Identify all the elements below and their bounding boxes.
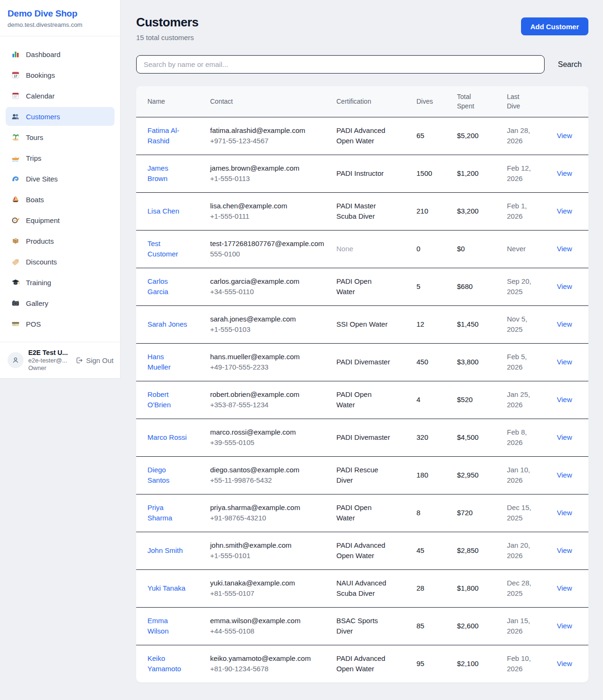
sign-out-button[interactable]: Sign Out — [75, 356, 114, 364]
sidebar-item-boats[interactable]: Boats — [6, 190, 114, 209]
add-customer-button[interactable]: Add Customer — [521, 17, 588, 35]
customer-last-dive: Nov 5, 2025 — [507, 314, 537, 335]
view-link[interactable]: View — [557, 508, 583, 519]
view-link[interactable]: View — [557, 281, 583, 292]
customer-count: 15 total customers — [136, 33, 198, 41]
customer-name-link[interactable]: Test Customer — [147, 239, 188, 260]
sidebar-item-dive-sites[interactable]: Dive Sites — [6, 169, 114, 188]
customer-dives: 12 — [416, 319, 446, 330]
view-link[interactable]: View — [557, 583, 583, 594]
calendar-date-icon: 17 — [11, 71, 20, 79]
column-header-dives: Dives — [411, 86, 451, 117]
sidebar-item-customers[interactable]: Customers — [6, 107, 114, 126]
customer-name-link[interactable]: Keiko Yamamoto — [147, 653, 188, 675]
search-button[interactable]: Search — [545, 60, 588, 69]
view-link[interactable]: View — [557, 470, 583, 481]
table-row: Test Customer test-1772681807767@example… — [136, 230, 588, 268]
customer-total-spent: $2,600 — [457, 621, 496, 632]
customer-certification: None — [336, 244, 391, 255]
search-input[interactable] — [136, 55, 545, 74]
customer-dives: 320 — [416, 432, 446, 443]
customer-email: diego.santos@example.com — [210, 465, 325, 476]
sidebar-item-label: Products — [26, 237, 54, 245]
customer-name-link[interactable]: Robert O'Brien — [147, 389, 188, 411]
sidebar-item-calendar[interactable]: Calendar — [6, 86, 114, 105]
table-row: Fatima Al-Rashid fatima.alrashid@example… — [136, 117, 588, 155]
customer-certification: PADI Divemaster — [336, 357, 391, 368]
customer-name-link[interactable]: Emma Wilson — [147, 616, 188, 637]
customer-phone: +1-555-0101 — [210, 551, 325, 561]
view-link[interactable]: View — [557, 168, 583, 179]
sidebar-item-discounts[interactable]: Discounts — [6, 252, 114, 271]
customer-name-link[interactable]: Diego Santos — [147, 465, 188, 486]
camera-icon — [11, 299, 20, 307]
customer-last-dive: Jan 15, 2026 — [507, 616, 537, 637]
customer-name-link[interactable]: Carlos Garcia — [147, 276, 188, 297]
customer-name-link[interactable]: Hans Mueller — [147, 352, 188, 373]
customer-dives: 85 — [416, 621, 446, 632]
sidebar-item-trips[interactable]: Trips — [6, 148, 114, 167]
view-link[interactable]: View — [557, 395, 583, 405]
column-header-actions — [551, 86, 588, 117]
sidebar-item-gallery[interactable]: Gallery — [6, 294, 114, 313]
view-link[interactable]: View — [557, 244, 583, 255]
ocean-wave-icon — [11, 174, 20, 183]
customer-name-link[interactable]: Lisa Chen — [147, 206, 188, 217]
view-link[interactable]: View — [557, 131, 583, 141]
sidebar-item-dashboard[interactable]: Dashboard — [6, 45, 114, 64]
customer-name-link[interactable]: Yuki Tanaka — [147, 583, 188, 594]
customer-email: yuki.tanaka@example.com — [210, 578, 325, 589]
table-row: Carlos Garcia carlos.garcia@example.com … — [136, 268, 588, 305]
sidebar-item-bookings[interactable]: 17 Bookings — [6, 66, 114, 84]
customer-total-spent: $2,950 — [457, 470, 496, 481]
shop-domain: demo.test.divestreams.com — [8, 21, 113, 28]
table-row: Priya Sharma priya.sharma@example.com +9… — [136, 494, 588, 532]
customer-last-dive: Feb 8, 2026 — [507, 427, 537, 448]
customer-total-spent: $720 — [457, 508, 496, 519]
customer-certification: PADI Master Scuba Diver — [336, 201, 391, 222]
customer-dives: 5 — [416, 281, 446, 292]
shop-name: Demo Dive Shop — [8, 8, 113, 19]
view-link[interactable]: View — [557, 621, 583, 632]
view-link[interactable]: View — [557, 545, 583, 556]
user-role: Owner — [28, 364, 70, 371]
customer-email: sarah.jones@example.com — [210, 314, 325, 325]
sidebar-item-label: Trips — [26, 154, 41, 162]
table-row: Robert O'Brien robert.obrien@example.com… — [136, 381, 588, 419]
view-link[interactable]: View — [557, 206, 583, 217]
bar-chart-icon — [11, 50, 20, 58]
customer-phone: +49-170-555-2233 — [210, 362, 325, 373]
sidebar: Demo Dive Shop demo.test.divestreams.com… — [0, 0, 121, 379]
customer-total-spent: $4,500 — [457, 432, 496, 443]
sidebar-item-label: Dive Sites — [26, 175, 58, 183]
customer-name-link[interactable]: John Smith — [147, 545, 188, 556]
view-link[interactable]: View — [557, 319, 583, 330]
table-row: Emma Wilson emma.wilson@example.com +44-… — [136, 607, 588, 645]
sidebar-item-equipment[interactable]: Equipment — [6, 211, 114, 230]
column-header-certification: Certification — [331, 86, 411, 117]
table-row: Keiko Yamamoto keiko.yamamoto@example.co… — [136, 645, 588, 683]
customer-name-link[interactable]: Priya Sharma — [147, 502, 188, 524]
main-content: Customers 15 total customers Add Custome… — [121, 0, 603, 696]
view-link[interactable]: View — [557, 659, 583, 669]
sidebar-item-tours[interactable]: Tours — [6, 128, 114, 147]
view-link[interactable]: View — [557, 432, 583, 443]
customer-last-dive: Dec 15, 2025 — [507, 502, 537, 524]
customer-name-link[interactable]: James Brown — [147, 163, 188, 184]
customer-name-link[interactable]: Marco Rossi — [147, 432, 188, 443]
customer-dives: 28 — [416, 583, 446, 594]
customer-last-dive: Jan 25, 2026 — [507, 389, 537, 411]
customer-total-spent: $3,800 — [457, 357, 496, 368]
table-row: James Brown james.brown@example.com +1-5… — [136, 155, 588, 192]
sidebar-item-training[interactable]: Training — [6, 273, 114, 292]
customer-phone: +39-555-0105 — [210, 437, 325, 448]
view-link[interactable]: View — [557, 357, 583, 368]
sidebar-item-pos[interactable]: POS — [6, 314, 114, 333]
customer-last-dive: Feb 1, 2026 — [507, 201, 537, 222]
customer-name-link[interactable]: Sarah Jones — [147, 319, 188, 330]
customer-last-dive: Jan 10, 2026 — [507, 465, 537, 486]
graduation-cap-icon — [11, 278, 20, 287]
customer-name-link[interactable]: Fatima Al-Rashid — [147, 125, 188, 147]
customer-phone: +971-55-123-4567 — [210, 136, 325, 147]
sidebar-item-products[interactable]: Products — [6, 231, 114, 250]
